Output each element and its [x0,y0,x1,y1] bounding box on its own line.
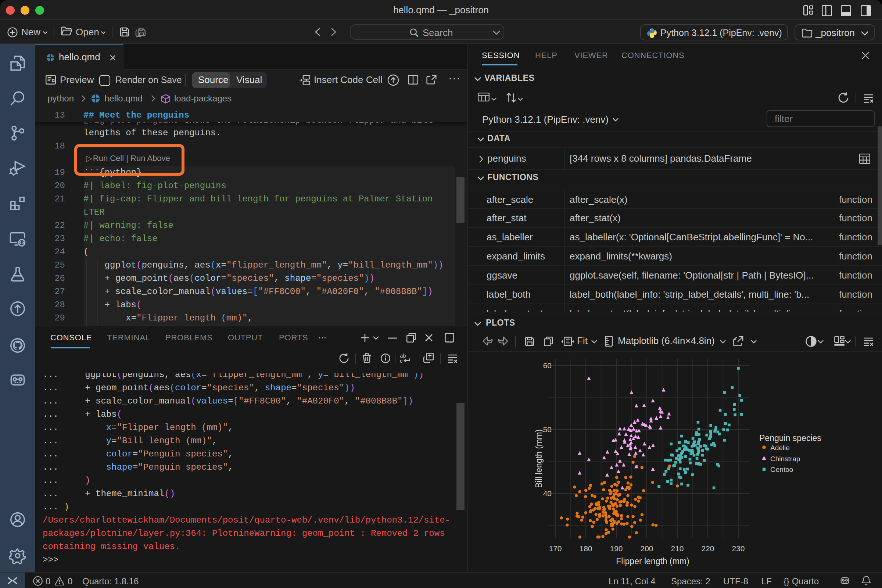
svg-text:170: 170 [549,544,561,553]
svg-text:Flipper length (mm): Flipper length (mm) [616,556,689,566]
svg-text:40: 40 [543,489,552,498]
svg-text:220: 220 [701,544,714,553]
svg-text:Gentoo: Gentoo [770,466,793,473]
svg-text:Penguin species: Penguin species [759,433,821,443]
svg-text:190: 190 [610,544,622,553]
svg-text:230: 230 [732,544,744,553]
svg-text:Chinstrap: Chinstrap [770,455,800,463]
svg-text:200: 200 [640,544,653,553]
svg-text:c: c [400,358,403,364]
svg-text:180: 180 [579,544,592,553]
svg-text:50: 50 [543,425,552,434]
svg-text:210: 210 [670,544,684,553]
svg-text:Adelie: Adelie [770,444,790,452]
svg-text:Bill length (mm): Bill length (mm) [534,429,543,488]
svg-text:60: 60 [543,361,552,370]
